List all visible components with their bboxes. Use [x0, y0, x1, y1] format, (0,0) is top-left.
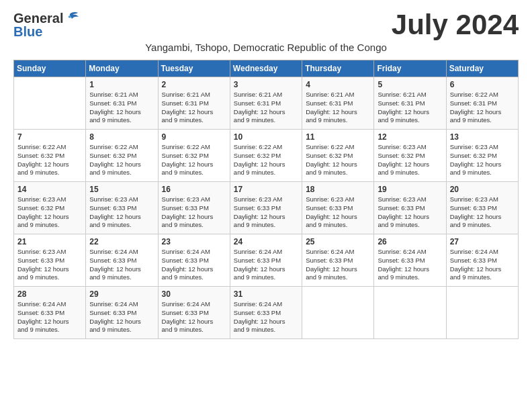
day-header-wednesday: Wednesday — [230, 60, 302, 77]
day-number: 30 — [162, 289, 226, 299]
day-info: Sunrise: 6:22 AM Sunset: 6:32 PM Dayligh… — [162, 143, 226, 177]
calendar-cell: 2Sunrise: 6:21 AM Sunset: 6:31 PM Daylig… — [158, 77, 230, 130]
calendar-cell: 15Sunrise: 6:23 AM Sunset: 6:33 PM Dayli… — [86, 182, 158, 234]
location-title: Yangambi, Tshopo, Democratic Republic of… — [13, 42, 519, 53]
calendar-cell: 4Sunrise: 6:21 AM Sunset: 6:31 PM Daylig… — [302, 77, 374, 130]
logo-blue-text: Blue — [13, 25, 79, 38]
day-info: Sunrise: 6:21 AM Sunset: 6:31 PM Dayligh… — [234, 91, 298, 125]
calendar-cell: 29Sunrise: 6:24 AM Sunset: 6:33 PM Dayli… — [86, 287, 158, 339]
day-info: Sunrise: 6:24 AM Sunset: 6:33 PM Dayligh… — [378, 248, 442, 282]
day-number: 20 — [450, 185, 515, 194]
week-row-5: 28Sunrise: 6:24 AM Sunset: 6:33 PM Dayli… — [14, 287, 519, 339]
calendar-cell: 27Sunrise: 6:24 AM Sunset: 6:33 PM Dayli… — [446, 234, 518, 287]
day-number: 25 — [306, 237, 370, 246]
header-top: General Blue July 2024 — [13, 11, 519, 39]
day-header-thursday: Thursday — [302, 60, 374, 77]
day-info: Sunrise: 6:24 AM Sunset: 6:33 PM Dayligh… — [162, 300, 226, 334]
calendar-cell: 1Sunrise: 6:21 AM Sunset: 6:31 PM Daylig… — [86, 77, 158, 130]
day-info: Sunrise: 6:22 AM Sunset: 6:31 PM Dayligh… — [450, 91, 515, 125]
logo-bird-icon — [64, 11, 79, 25]
day-header-saturday: Saturday — [446, 60, 518, 77]
day-number: 18 — [306, 185, 370, 194]
day-number: 2 — [162, 80, 226, 89]
day-number: 10 — [234, 132, 298, 142]
calendar-cell: 5Sunrise: 6:21 AM Sunset: 6:31 PM Daylig… — [374, 77, 446, 130]
day-number: 3 — [234, 80, 298, 89]
calendar-cell: 19Sunrise: 6:23 AM Sunset: 6:33 PM Dayli… — [374, 182, 446, 234]
calendar-cell: 17Sunrise: 6:23 AM Sunset: 6:33 PM Dayli… — [230, 182, 302, 234]
week-row-4: 21Sunrise: 6:23 AM Sunset: 6:33 PM Dayli… — [14, 234, 519, 287]
day-info: Sunrise: 6:24 AM Sunset: 6:33 PM Dayligh… — [234, 300, 298, 334]
day-info: Sunrise: 6:21 AM Sunset: 6:31 PM Dayligh… — [306, 91, 370, 125]
day-number: 27 — [450, 237, 515, 246]
day-number: 11 — [306, 132, 370, 142]
calendar-cell: 22Sunrise: 6:24 AM Sunset: 6:33 PM Dayli… — [86, 234, 158, 287]
day-number: 28 — [17, 289, 82, 299]
day-info: Sunrise: 6:21 AM Sunset: 6:31 PM Dayligh… — [378, 91, 442, 125]
day-info: Sunrise: 6:23 AM Sunset: 6:32 PM Dayligh… — [17, 195, 82, 230]
calendar-cell: 10Sunrise: 6:22 AM Sunset: 6:32 PM Dayli… — [230, 130, 302, 182]
calendar-cell: 28Sunrise: 6:24 AM Sunset: 6:33 PM Dayli… — [14, 287, 86, 339]
calendar-cell: 20Sunrise: 6:23 AM Sunset: 6:33 PM Dayli… — [446, 182, 518, 234]
day-number: 26 — [378, 237, 442, 246]
day-info: Sunrise: 6:21 AM Sunset: 6:31 PM Dayligh… — [162, 91, 226, 125]
day-number: 6 — [450, 80, 515, 89]
day-info: Sunrise: 6:22 AM Sunset: 6:32 PM Dayligh… — [234, 143, 298, 177]
day-info: Sunrise: 6:24 AM Sunset: 6:33 PM Dayligh… — [234, 248, 298, 282]
day-number: 13 — [450, 132, 515, 142]
day-info: Sunrise: 6:23 AM Sunset: 6:33 PM Dayligh… — [234, 195, 298, 230]
calendar-cell: 23Sunrise: 6:24 AM Sunset: 6:33 PM Dayli… — [158, 234, 230, 287]
week-row-2: 7Sunrise: 6:22 AM Sunset: 6:32 PM Daylig… — [14, 130, 519, 182]
day-info: Sunrise: 6:21 AM Sunset: 6:31 PM Dayligh… — [89, 91, 154, 125]
day-info: Sunrise: 6:22 AM Sunset: 6:32 PM Dayligh… — [89, 143, 154, 177]
day-info: Sunrise: 6:23 AM Sunset: 6:32 PM Dayligh… — [378, 143, 442, 177]
week-row-3: 14Sunrise: 6:23 AM Sunset: 6:32 PM Dayli… — [14, 182, 519, 234]
day-info: Sunrise: 6:24 AM Sunset: 6:33 PM Dayligh… — [89, 248, 154, 282]
day-number: 14 — [17, 185, 82, 194]
month-title: July 2024 — [392, 11, 519, 39]
day-info: Sunrise: 6:23 AM Sunset: 6:33 PM Dayligh… — [306, 195, 370, 230]
calendar-cell: 16Sunrise: 6:23 AM Sunset: 6:33 PM Dayli… — [158, 182, 230, 234]
day-info: Sunrise: 6:23 AM Sunset: 6:33 PM Dayligh… — [17, 248, 82, 282]
week-row-1: 1Sunrise: 6:21 AM Sunset: 6:31 PM Daylig… — [14, 77, 519, 130]
calendar-cell: 24Sunrise: 6:24 AM Sunset: 6:33 PM Dayli… — [230, 234, 302, 287]
day-number: 9 — [162, 132, 226, 142]
day-header-tuesday: Tuesday — [158, 60, 230, 77]
calendar-cell: 3Sunrise: 6:21 AM Sunset: 6:31 PM Daylig… — [230, 77, 302, 130]
calendar-cell: 14Sunrise: 6:23 AM Sunset: 6:32 PM Dayli… — [14, 182, 86, 234]
day-number: 23 — [162, 237, 226, 246]
day-header-friday: Friday — [374, 60, 446, 77]
calendar-cell: 26Sunrise: 6:24 AM Sunset: 6:33 PM Dayli… — [374, 234, 446, 287]
day-number: 29 — [89, 289, 154, 299]
day-number: 19 — [378, 185, 442, 194]
day-number: 12 — [378, 132, 442, 142]
day-number: 21 — [17, 237, 82, 246]
day-number: 15 — [89, 185, 154, 194]
day-number: 22 — [89, 237, 154, 246]
calendar-cell: 9Sunrise: 6:22 AM Sunset: 6:32 PM Daylig… — [158, 130, 230, 182]
calendar-cell — [302, 287, 374, 339]
calendar-cell: 30Sunrise: 6:24 AM Sunset: 6:33 PM Dayli… — [158, 287, 230, 339]
logo: General Blue — [13, 11, 79, 38]
day-info: Sunrise: 6:24 AM Sunset: 6:33 PM Dayligh… — [89, 300, 154, 334]
calendar-cell — [374, 287, 446, 339]
day-info: Sunrise: 6:23 AM Sunset: 6:33 PM Dayligh… — [89, 195, 154, 230]
day-info: Sunrise: 6:23 AM Sunset: 6:33 PM Dayligh… — [450, 195, 515, 230]
day-number: 24 — [234, 237, 298, 246]
calendar-cell: 18Sunrise: 6:23 AM Sunset: 6:33 PM Dayli… — [302, 182, 374, 234]
calendar-cell: 7Sunrise: 6:22 AM Sunset: 6:32 PM Daylig… — [14, 130, 86, 182]
calendar-cell — [14, 77, 86, 130]
day-info: Sunrise: 6:24 AM Sunset: 6:33 PM Dayligh… — [306, 248, 370, 282]
calendar-cell: 11Sunrise: 6:22 AM Sunset: 6:32 PM Dayli… — [302, 130, 374, 182]
day-info: Sunrise: 6:23 AM Sunset: 6:32 PM Dayligh… — [450, 143, 515, 177]
day-number: 16 — [162, 185, 226, 194]
day-header-sunday: Sunday — [14, 60, 86, 77]
day-number: 17 — [234, 185, 298, 194]
day-headers-row: SundayMondayTuesdayWednesdayThursdayFrid… — [14, 60, 519, 77]
day-number: 31 — [234, 289, 298, 299]
day-info: Sunrise: 6:22 AM Sunset: 6:32 PM Dayligh… — [306, 143, 370, 177]
day-info: Sunrise: 6:23 AM Sunset: 6:33 PM Dayligh… — [162, 195, 226, 230]
day-number: 4 — [306, 80, 370, 89]
calendar-cell: 6Sunrise: 6:22 AM Sunset: 6:31 PM Daylig… — [446, 77, 518, 130]
day-info: Sunrise: 6:22 AM Sunset: 6:32 PM Dayligh… — [17, 143, 82, 177]
